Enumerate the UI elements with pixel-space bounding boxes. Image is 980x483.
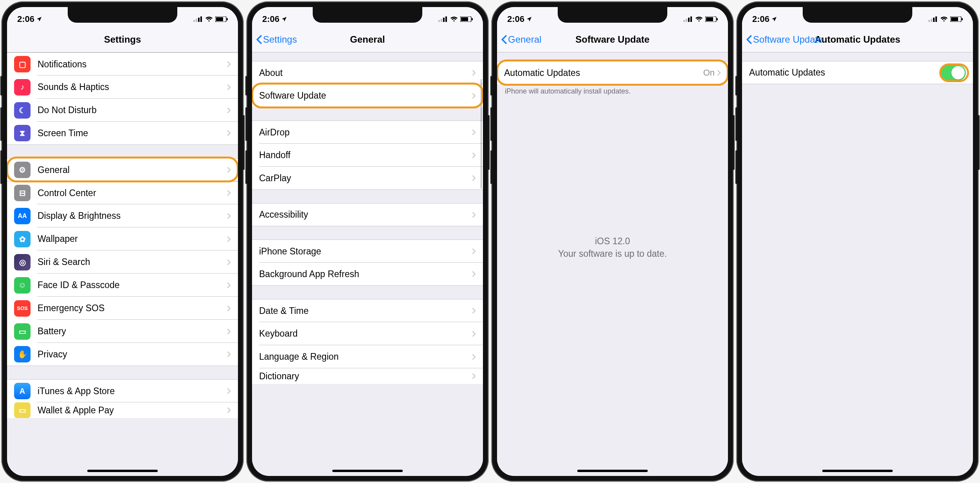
row-label: Control Center	[38, 188, 227, 198]
row-label: Privacy	[38, 349, 227, 360]
row-control-center[interactable]: ⊟Control Center	[7, 181, 238, 204]
row-battery[interactable]: ▭Battery	[7, 320, 238, 343]
row-label: Wallet & Apple Pay	[38, 405, 227, 416]
navbar: Settings General	[252, 27, 483, 52]
row-display-brightness[interactable]: AADisplay & Brightness	[7, 204, 238, 227]
row-about[interactable]: About	[252, 61, 483, 84]
row-notifications[interactable]: ▢Notifications	[7, 52, 238, 76]
nav-title: Automatic Updates	[815, 34, 901, 45]
row-software-update[interactable]: Software Update	[252, 84, 483, 107]
phone-1: 2:06 Settings ▢Notifications♪Sounds & Ha…	[2, 2, 243, 481]
notch	[313, 7, 422, 23]
row-itunes-app-store[interactable]: AiTunes & App Store	[7, 379, 238, 402]
svg-rect-6	[227, 18, 228, 20]
svg-rect-15	[686, 19, 687, 22]
notifications-icon: ▢	[14, 56, 31, 72]
wifi-icon	[450, 16, 458, 22]
home-indicator[interactable]	[577, 470, 648, 472]
svg-rect-2	[198, 18, 200, 22]
content[interactable]: ▢Notifications♪Sounds & Haptics☾Do Not D…	[7, 52, 238, 476]
row-background-app-refresh[interactable]: Background App Refresh	[252, 263, 483, 286]
row-date-time[interactable]: Date & Time	[252, 299, 483, 322]
navbar: Settings	[7, 27, 238, 52]
faceid-icon: ☺	[14, 277, 31, 294]
wallet-icon: ▭	[14, 402, 31, 418]
screentime-icon: ⧗	[14, 125, 31, 141]
chevron-right-icon	[472, 93, 476, 99]
row-dictionary[interactable]: Dictionary	[252, 368, 483, 384]
scrollbar[interactable]	[481, 79, 482, 189]
svg-rect-17	[690, 16, 692, 22]
row-sounds-haptics[interactable]: ♪Sounds & Haptics	[7, 76, 238, 99]
back-label: Settings	[263, 34, 297, 45]
general-icon: ⚙	[14, 162, 31, 178]
row-do-not-disturb[interactable]: ☾Do Not Disturb	[7, 99, 238, 122]
siri-icon: ◎	[14, 254, 31, 270]
chevron-right-icon	[472, 373, 476, 379]
svg-rect-23	[933, 18, 935, 22]
notch	[558, 7, 667, 23]
row-label: Automatic Updates	[749, 67, 940, 78]
location-icon	[526, 16, 532, 22]
content[interactable]: AboutSoftware UpdateAirDropHandoffCarPla…	[252, 52, 483, 476]
content[interactable]: Automatic Updates	[742, 52, 973, 476]
cellular-icon	[193, 16, 203, 22]
svg-rect-16	[688, 18, 690, 22]
nav-title: Software Update	[575, 34, 649, 45]
home-indicator[interactable]	[87, 470, 158, 472]
chevron-left-icon	[746, 35, 752, 44]
row-wallet-apple-pay[interactable]: ▭Wallet & Apple Pay	[7, 402, 238, 418]
row-automatic-updates[interactable]: Automatic Updates On	[497, 61, 728, 84]
back-button[interactable]: General	[501, 34, 541, 45]
home-indicator[interactable]	[332, 470, 403, 472]
svg-rect-27	[962, 18, 963, 20]
nav-title: Settings	[104, 34, 141, 45]
row-emergency-sos[interactable]: SOSEmergency SOS	[7, 297, 238, 320]
row-general[interactable]: ⚙General	[7, 158, 238, 181]
row-label: Handoff	[259, 150, 472, 160]
svg-rect-24	[935, 16, 937, 22]
row-label: Accessibility	[259, 209, 472, 220]
row-label: General	[38, 165, 227, 175]
status-right	[193, 16, 228, 22]
row-face-id-passcode[interactable]: ☺Face ID & Passcode	[7, 274, 238, 297]
content[interactable]: Automatic Updates On iPhone will automat…	[497, 52, 728, 476]
row-screen-time[interactable]: ⧗Screen Time	[7, 122, 238, 145]
notch	[803, 7, 912, 23]
svg-rect-8	[441, 19, 442, 22]
nav-title: General	[350, 34, 385, 45]
row-label: iPhone Storage	[259, 246, 472, 257]
navbar: General Software Update	[497, 27, 728, 52]
row-accessibility[interactable]: Accessibility	[252, 203, 483, 226]
row-carplay[interactable]: CarPlay	[252, 167, 483, 190]
svg-rect-20	[717, 18, 718, 20]
back-button[interactable]: Software Update	[746, 34, 823, 45]
row-handoff[interactable]: Handoff	[252, 144, 483, 167]
row-automatic-updates-toggle[interactable]: Automatic Updates	[742, 61, 973, 84]
back-button[interactable]: Settings	[256, 34, 297, 45]
wallpaper-icon: ✿	[14, 231, 31, 247]
chevron-right-icon	[227, 407, 231, 413]
row-language-region[interactable]: Language & Region	[252, 345, 483, 368]
row-wallpaper[interactable]: ✿Wallpaper	[7, 227, 238, 251]
svg-rect-7	[438, 20, 440, 22]
chevron-right-icon	[472, 308, 476, 314]
row-label: AirDrop	[259, 127, 472, 138]
svg-rect-19	[706, 17, 713, 21]
row-iphone-storage[interactable]: iPhone Storage	[252, 240, 483, 263]
screen-automatic-updates: 2:06 Software Update Automatic Updates A…	[742, 7, 973, 476]
row-privacy[interactable]: ✋Privacy	[7, 343, 238, 366]
toggle-switch[interactable]	[940, 65, 966, 81]
row-keyboard[interactable]: Keyboard	[252, 322, 483, 345]
cellular-icon	[683, 16, 693, 22]
wifi-icon	[205, 16, 213, 22]
row-label: Keyboard	[259, 328, 472, 339]
row-airdrop[interactable]: AirDrop	[252, 121, 483, 144]
wifi-icon	[695, 16, 703, 22]
dnd-icon: ☾	[14, 102, 31, 119]
phone-4: 2:06 Software Update Automatic Updates A…	[737, 2, 978, 481]
row-siri-search[interactable]: ◎Siri & Search	[7, 251, 238, 274]
status-time: 2:06	[262, 14, 279, 24]
chevron-right-icon	[472, 175, 476, 181]
home-indicator[interactable]	[822, 470, 893, 472]
